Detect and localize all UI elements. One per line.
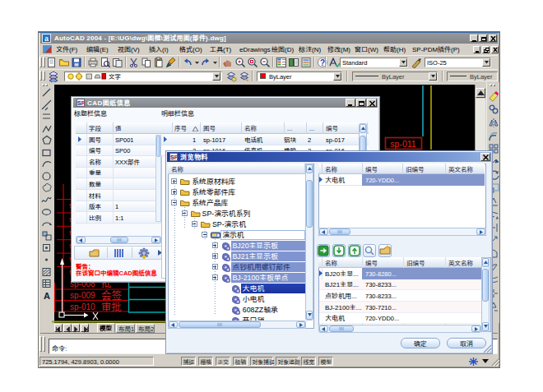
- svg-text:sp-010: sp-010: [70, 302, 95, 311]
- svg-text:sp-009: sp-009: [70, 291, 95, 300]
- svg-text:sp-011: sp-011: [390, 139, 415, 149]
- svg-text:审批: 审批: [101, 298, 122, 314]
- svg-text:A: A: [44, 291, 50, 301]
